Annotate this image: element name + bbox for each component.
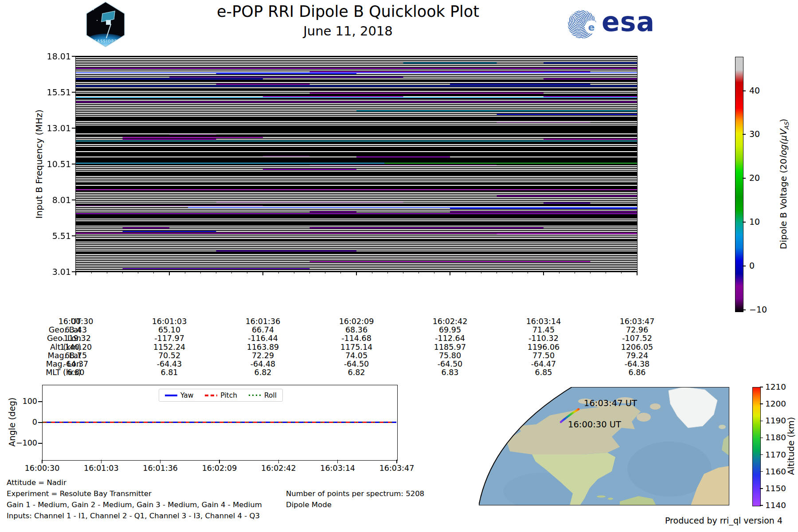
time-tick-mark — [543, 272, 544, 275]
cassiope-patch-art: CASSIOPE — [85, 2, 126, 47]
alt-cbar-tick-label: 1190 — [765, 416, 792, 425]
legend-label-yaw: Yaw — [180, 391, 194, 399]
angle-xtick-mark — [278, 460, 279, 463]
time-minor-tick — [200, 272, 201, 274]
legend-item-pitch: Pitch — [205, 391, 237, 399]
time-minor-tick — [138, 272, 138, 274]
alt-cbar-tick-mark — [760, 421, 763, 422]
angle-xtick-mark — [101, 460, 102, 463]
time-tick-mark — [169, 272, 170, 275]
roll-line-swatch — [249, 395, 261, 396]
angle-xtick-label: 16:00:30 — [13, 464, 71, 473]
time-minor-tick — [481, 272, 481, 274]
time-minor-tick — [434, 272, 434, 274]
alt-cbar-tick-mark — [760, 488, 763, 489]
ephemeris-value: 68.36 — [323, 325, 390, 334]
angle-xtick-mark — [219, 460, 220, 463]
time-minor-tick — [403, 272, 403, 274]
alt-cbar-tick-label: 1200 — [765, 399, 792, 408]
ephemeris-value: 16:00:30 — [43, 317, 109, 326]
ephemeris-value: -64.50 — [417, 360, 483, 368]
angle-xtick-label: 16:01:03 — [72, 464, 130, 473]
voltage-cbar-tick-label: 20 — [749, 173, 780, 183]
time-minor-tick — [122, 272, 123, 274]
freq-tick-mark — [72, 200, 76, 200]
ephemeris-value: 69.95 — [417, 325, 483, 334]
voltage-cbar-tick-mark — [743, 134, 746, 135]
pitch-line-swatch — [205, 395, 217, 396]
time-minor-tick — [216, 272, 216, 274]
time-minor-tick — [325, 272, 325, 274]
time-minor-tick — [153, 272, 154, 274]
freq-tick-label: 3.01 — [43, 267, 71, 277]
ephemeris-value: 1152.24 — [136, 343, 203, 352]
ephemeris-value: 16:02:42 — [417, 317, 483, 326]
track-start-label: 16:00:30 UT — [568, 419, 621, 430]
voltage-cbar-tick-mark — [743, 90, 746, 91]
time-minor-tick — [372, 272, 372, 274]
freq-tick-label: 10.51 — [43, 159, 71, 169]
alt-cbar-tick-label: 1180 — [765, 433, 792, 442]
attitude-line: Attitude = Nadir — [7, 477, 262, 488]
ephemeris-value: 72.96 — [604, 325, 670, 334]
freq-tick-mark — [72, 56, 76, 57]
ephemeris-value: 1163.89 — [230, 343, 296, 352]
angle-ytick-label: 0 — [12, 418, 37, 426]
ephemeris-value: 72.29 — [230, 351, 296, 360]
ephemeris-value: -112.64 — [417, 334, 483, 343]
time-minor-tick — [294, 272, 294, 274]
time-tick-mark — [262, 272, 263, 275]
time-minor-tick — [247, 272, 247, 274]
gain-line: Gain 1 - Medium, Gain 2 - Medium, Gain 3… — [7, 499, 262, 510]
ephemeris-value: -64.47 — [510, 360, 577, 368]
alt-cbar-tick-label: 1140 — [765, 501, 792, 510]
credit-line: Produced by rri_ql version 4 — [570, 516, 782, 525]
freq-tick-mark — [72, 92, 76, 93]
time-minor-tick — [621, 272, 622, 274]
alt-cbar-tick-label: 1170 — [765, 450, 792, 459]
angle-xtick-mark — [396, 460, 397, 463]
ephemeris-value: 63.43 — [43, 325, 109, 334]
esa-logo: e esa — [568, 9, 657, 41]
legend-label-roll: Roll — [264, 391, 277, 399]
ephemeris-value: -64.48 — [230, 360, 296, 368]
alt-cbar-tick-mark — [760, 454, 763, 455]
time-minor-tick — [107, 272, 107, 274]
quicklook-figure: CASSIOPE e-POP RRI Dipole B Quicklook Pl… — [0, 0, 798, 532]
alt-cbar-tick-mark — [760, 387, 763, 387]
ephemeris-value: -107.52 — [604, 334, 670, 343]
attitude-zero-line — [43, 422, 396, 423]
page-title: e-POP RRI Dipole B Quicklook Plot — [177, 3, 519, 20]
ephemeris-value: 6.81 — [136, 368, 203, 377]
angle-ytick-mark — [38, 401, 42, 402]
freq-tick-label: 15.51 — [43, 87, 71, 97]
time-minor-tick — [590, 272, 591, 274]
spectrogram-frame — [75, 56, 638, 272]
angle-xtick-mark — [42, 460, 43, 463]
ephemeris-value: 6.82 — [323, 368, 390, 377]
angle-ytick-label: 100 — [12, 397, 37, 406]
ephemeris-value: -116.44 — [230, 334, 296, 343]
ephemeris-value: -110.32 — [510, 334, 577, 343]
voltage-cbar-tick-label: 0 — [749, 261, 780, 270]
ephemeris-value: 16:03:47 — [604, 317, 670, 326]
freq-tick-mark — [72, 164, 76, 164]
esa-wordmark: esa — [602, 6, 655, 37]
legend-label-pitch: Pitch — [220, 391, 237, 399]
angle-xtick-mark — [160, 460, 161, 463]
voltage-cbar-tick-label: 30 — [749, 129, 780, 139]
freq-tick-label: 18.01 — [43, 51, 71, 61]
angle-xtick-mark — [337, 460, 338, 463]
dipole-mode-line: Dipole Mode — [286, 499, 424, 510]
angle-ytick-label: −100 — [12, 438, 37, 447]
alt-cbar-tick-mark — [760, 403, 763, 404]
voltage-cbar-tick-mark — [743, 309, 746, 310]
ephemeris-value: 16:01:36 — [230, 317, 296, 326]
ephemeris-value: 1196.06 — [510, 343, 577, 352]
ephemeris-value: -114.68 — [323, 334, 390, 343]
ephemeris-value: 65.10 — [136, 325, 203, 334]
satellite-boom — [106, 24, 111, 39]
ephemeris-value: 6.80 — [43, 368, 109, 377]
freq-tick-mark — [72, 128, 76, 129]
time-minor-tick — [387, 272, 388, 274]
